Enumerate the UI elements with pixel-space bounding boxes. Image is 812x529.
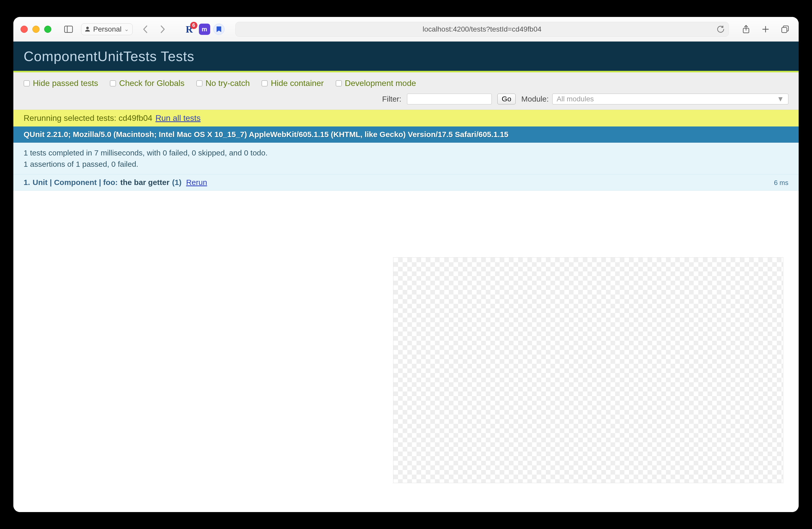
page-content: ComponentUnitTests Tests Hide passed tes… [13, 42, 799, 512]
reload-button[interactable] [717, 25, 724, 33]
test-index: 1. [24, 178, 30, 187]
module-label: Module: [521, 95, 549, 103]
filter-input[interactable] [407, 94, 492, 104]
option-dev-mode[interactable]: Development mode [336, 78, 416, 88]
option-check-globals[interactable]: Check for Globals [110, 78, 184, 88]
browser-right-controls [740, 23, 792, 36]
share-button[interactable] [740, 23, 752, 36]
module-selector-wrap: Module: All modules ▼ [521, 94, 788, 104]
qunit-toolbar: Hide passed tests Check for Globals No t… [13, 72, 799, 110]
test-result-row[interactable]: 1. Unit | Component | foo: the bar gette… [13, 174, 799, 191]
test-module: Unit | Component | foo: [33, 178, 118, 187]
module-selector[interactable]: All modules ▼ [552, 94, 788, 104]
tabs-overview-button[interactable] [779, 23, 792, 36]
window-controls [20, 26, 51, 33]
user-agent-bar: QUnit 2.21.0; Mozilla/5.0 (Macintosh; In… [13, 127, 799, 143]
test-duration: 6 ms [774, 179, 788, 187]
browser-window: Personal ⌄ R 6 m localhost:4200/te [13, 17, 799, 512]
summary-line-2: 1 assertions of 1 passed, 0 failed. [24, 159, 788, 170]
window-close-button[interactable] [20, 26, 28, 33]
extension-m[interactable]: m [199, 24, 210, 35]
extension-m-icon: m [202, 26, 207, 33]
qunit-options-row: Hide passed tests Check for Globals No t… [24, 78, 788, 88]
url-text: localhost:4200/tests?testId=cd49fb04 [423, 25, 541, 33]
ember-testing-container [393, 257, 783, 483]
option-no-trycatch[interactable]: No try-catch [196, 78, 250, 88]
window-minimize-button[interactable] [32, 26, 40, 33]
summary-line-1: 1 tests completed in 7 milliseconds, wit… [24, 147, 788, 159]
page-title: ComponentUnitTests Tests [13, 42, 799, 72]
nav-arrows [139, 23, 169, 36]
bookmark-icon [216, 26, 222, 33]
option-label: Check for Globals [119, 78, 184, 88]
rerun-banner-text: Rerunning selected tests: cd49fb04 [24, 113, 153, 123]
rerun-banner: Rerunning selected tests: cd49fb04 Run a… [13, 110, 799, 127]
option-label: No try-catch [206, 78, 250, 88]
share-icon [742, 25, 750, 34]
extension-r[interactable]: R 6 [183, 23, 196, 36]
option-label: Hide passed tests [33, 78, 98, 88]
window-maximize-button[interactable] [44, 26, 51, 33]
checkbox-icon [196, 80, 202, 86]
forward-button[interactable] [156, 23, 169, 36]
address-bar[interactable]: localhost:4200/tests?testId=cd49fb04 [235, 22, 729, 37]
test-assertion-count: (1) [172, 178, 182, 187]
profile-label: Personal [93, 25, 122, 33]
option-label: Development mode [345, 78, 416, 88]
person-icon [84, 26, 91, 32]
sidebar-toggle-button[interactable] [62, 23, 75, 36]
extension-bookmark[interactable] [213, 24, 224, 35]
profile-selector[interactable]: Personal ⌄ [81, 23, 133, 35]
tabs-icon [781, 25, 789, 33]
test-name: the bar getter [120, 178, 170, 187]
plus-icon [762, 25, 769, 33]
chevron-down-icon: ⌄ [124, 26, 129, 33]
option-hide-container[interactable]: Hide container [262, 78, 324, 88]
qunit-filter-row: Filter: Go Module: All modules ▼ [24, 94, 788, 104]
extension-r-badge: 6 [190, 22, 197, 29]
test-rerun-link[interactable]: Rerun [186, 178, 207, 187]
option-label: Hide container [271, 78, 324, 88]
filter-label: Filter: [382, 95, 401, 103]
module-selected-text: All modules [557, 95, 594, 103]
checkbox-icon [24, 80, 30, 86]
option-hide-passed[interactable]: Hide passed tests [24, 78, 98, 88]
checkbox-icon [262, 80, 268, 86]
new-tab-button[interactable] [759, 23, 772, 36]
dropdown-triangle-icon: ▼ [777, 95, 784, 103]
test-summary: 1 tests completed in 7 milliseconds, wit… [13, 143, 799, 174]
run-all-tests-link[interactable]: Run all tests [156, 113, 201, 123]
filter-go-button[interactable]: Go [497, 94, 516, 104]
back-button[interactable] [139, 23, 152, 36]
checkbox-icon [336, 80, 342, 86]
extensions-group: R 6 m [183, 23, 224, 36]
svg-rect-0 [65, 26, 73, 32]
browser-chrome: Personal ⌄ R 6 m localhost:4200/te [13, 17, 799, 42]
svg-rect-5 [782, 27, 787, 33]
checkbox-icon [110, 80, 116, 86]
